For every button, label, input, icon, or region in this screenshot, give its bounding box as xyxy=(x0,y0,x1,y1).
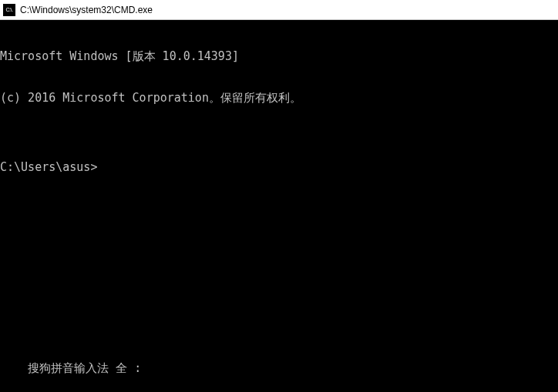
titlebar[interactable]: C:\. C:\Windows\system32\CMD.exe xyxy=(0,0,558,20)
ime-status-text: 搜狗拼音输入法 全 : xyxy=(28,361,141,375)
window-title: C:\Windows\system32\CMD.exe xyxy=(20,5,153,15)
ime-status-bar: 搜狗拼音输入法 全 : xyxy=(0,347,141,392)
output-line-version: Microsoft Windows [版本 10.0.14393] xyxy=(0,49,558,63)
cmd-icon-label: C:\. xyxy=(6,7,13,12)
terminal-area[interactable]: Microsoft Windows [版本 10.0.14393] (c) 20… xyxy=(0,20,558,392)
cmd-icon: C:\. xyxy=(3,4,15,16)
prompt-line[interactable]: C:\Users\asus> xyxy=(0,160,558,174)
prompt-text: C:\Users\asus> xyxy=(0,160,97,174)
output-line-copyright: (c) 2016 Microsoft Corporation。保留所有权利。 xyxy=(0,91,558,105)
text-cursor xyxy=(97,160,98,173)
